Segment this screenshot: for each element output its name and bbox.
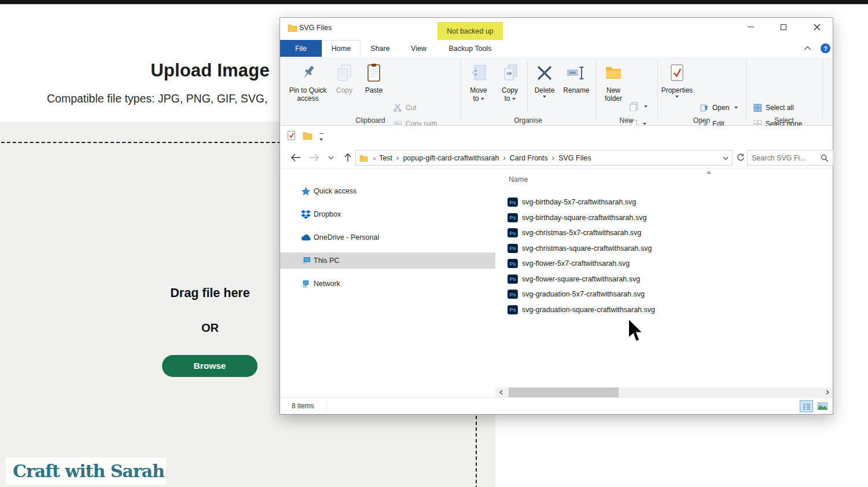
- scroll-left-icon[interactable]: [496, 388, 505, 397]
- breadcrumb-card-fronts[interactable]: Card Fronts: [510, 154, 548, 162]
- tab-backup-tools[interactable]: Backup Tools: [437, 40, 503, 57]
- file-row[interactable]: Ps svg-christmas-5x7-craftwithsarah.svg: [507, 225, 832, 241]
- breadcrumb-separator[interactable]: ›: [548, 153, 558, 162]
- qat-customize-caret[interactable]: [319, 133, 324, 143]
- recent-locations-button[interactable]: [325, 150, 337, 165]
- cut-button[interactable]: Cut: [393, 102, 417, 113]
- close-button[interactable]: [804, 18, 830, 36]
- file-row[interactable]: Ps svg-birthday-square-craftwithsarah.sv…: [507, 210, 832, 226]
- new-folder-icon: [605, 64, 622, 82]
- tab-view[interactable]: View: [400, 40, 437, 57]
- address-bar[interactable]: « Test › popup-gift-card-craftwithsarah …: [355, 150, 733, 166]
- refresh-icon: [737, 153, 745, 162]
- new-item-caret: [644, 105, 648, 108]
- address-dropdown-caret[interactable]: [723, 154, 729, 162]
- thumbnail-view-button[interactable]: [816, 400, 829, 412]
- tab-home[interactable]: Home: [322, 40, 361, 57]
- ribbon-separator: [746, 59, 746, 119]
- open-icon: [700, 104, 709, 112]
- copy-icon: [336, 64, 352, 82]
- title-bar[interactable]: SVG Files Not backed up: [280, 18, 833, 40]
- open-button[interactable]: Open: [700, 102, 738, 113]
- back-button[interactable]: [288, 150, 303, 165]
- search-placeholder: Search SVG Fi...: [752, 154, 821, 162]
- paste-button[interactable]: Paste: [360, 60, 388, 94]
- select-all-button[interactable]: Select all: [753, 102, 794, 113]
- copy-to-caret: [512, 98, 516, 100]
- rename-button[interactable]: Rename: [560, 60, 593, 94]
- file-row[interactable]: Ps svg-flower-5x7-craftwithsarah.svg: [507, 256, 832, 272]
- copy-button[interactable]: Copy: [331, 60, 358, 94]
- up-button[interactable]: [340, 150, 355, 165]
- onedrive-cloud-icon: [301, 233, 311, 243]
- help-button[interactable]: ?: [821, 43, 830, 53]
- group-label-new: New: [595, 116, 657, 125]
- delete-button[interactable]: Delete: [530, 60, 559, 98]
- breadcrumb-svg-files[interactable]: SVG Files: [558, 154, 591, 162]
- search-icon[interactable]: [821, 154, 829, 162]
- collapse-ribbon-icon[interactable]: [804, 46, 811, 50]
- qat-properties-icon[interactable]: [287, 130, 296, 141]
- new-item-icon: [630, 102, 639, 111]
- group-label-select: Select: [746, 116, 822, 125]
- breadcrumb-separator[interactable]: ›: [499, 153, 509, 162]
- new-folder-button[interactable]: New folder: [598, 60, 628, 102]
- pin-to-quick-access-button[interactable]: Pin to Quick access: [286, 60, 330, 102]
- properties-caret: [675, 96, 679, 98]
- address-bar-row: « Test › popup-gift-card-craftwithsarah …: [280, 147, 833, 169]
- sort-ascending-icon[interactable]: [707, 171, 711, 174]
- site-logo: Craft with Sarah: [6, 457, 166, 485]
- window-title: SVG Files: [299, 24, 332, 32]
- tab-share[interactable]: Share: [361, 40, 400, 57]
- scrollbar-thumb[interactable]: [509, 387, 619, 397]
- nav-item-onedrive[interactable]: OneDrive - Personal: [280, 229, 495, 246]
- ribbon-separator: [461, 59, 461, 119]
- breadcrumb-separator[interactable]: ›: [392, 153, 403, 162]
- group-label-clipboard: Clipboard: [280, 116, 461, 125]
- ribbon-separator: [822, 59, 823, 119]
- file-row[interactable]: Ps svg-birthday-5x7-craftwithsarah.svg: [507, 195, 832, 210]
- nav-item-quick-access[interactable]: Quick access: [280, 183, 495, 199]
- file-explorer-window: SVG Files Not backed up File Home Share …: [279, 17, 833, 415]
- nav-item-this-pc[interactable]: This PC: [280, 252, 495, 269]
- properties-button[interactable]: Properties: [660, 60, 694, 98]
- browse-button[interactable]: Browse: [162, 355, 258, 377]
- minimize-button[interactable]: [738, 18, 763, 36]
- forward-button[interactable]: [307, 150, 322, 165]
- address-folder-icon: [359, 155, 368, 162]
- breadcrumb-overflow[interactable]: «: [370, 155, 379, 162]
- quick-access-star-icon: [301, 186, 311, 196]
- search-box[interactable]: Search SVG Fi...: [747, 150, 833, 166]
- refresh-button[interactable]: [735, 150, 746, 165]
- status-divider: [326, 400, 327, 412]
- breadcrumb-popup-gift-card[interactable]: popup-gift-card-craftwithsarah: [403, 154, 499, 162]
- nav-item-network[interactable]: Network: [280, 276, 495, 292]
- file-row[interactable]: Ps svg-flower-square-craftwithsarah.svg: [507, 272, 832, 287]
- scroll-right-icon[interactable]: [823, 388, 832, 397]
- maximize-button[interactable]: [771, 18, 796, 36]
- qat-new-folder-icon[interactable]: [303, 131, 312, 140]
- photoshop-file-icon: Ps: [507, 305, 518, 314]
- backup-status-badge: Not backed up: [437, 22, 503, 40]
- cut-icon: [393, 104, 402, 112]
- chevron-down-icon: [329, 156, 333, 159]
- network-icon: [301, 279, 311, 289]
- column-header-name[interactable]: Name: [509, 175, 528, 184]
- open-caret: [734, 107, 738, 109]
- status-bar: 8 items: [280, 397, 833, 414]
- file-row[interactable]: Ps svg-christmas-square-craftwithsarah.s…: [507, 241, 832, 257]
- new-item-button[interactable]: [630, 101, 648, 112]
- details-view-icon: [803, 403, 811, 410]
- ribbon-separator: [657, 59, 658, 119]
- copy-to-button[interactable]: Copy to: [495, 60, 524, 102]
- move-to-button[interactable]: Move to: [464, 60, 493, 102]
- horizontal-scrollbar[interactable]: [495, 387, 833, 397]
- nav-item-dropbox[interactable]: Dropbox: [280, 206, 495, 222]
- file-row[interactable]: Ps svg-graduation-square-craftwithsarah.…: [507, 302, 832, 318]
- this-pc-icon: [301, 256, 311, 266]
- breadcrumb-test[interactable]: Test: [379, 154, 392, 162]
- site-logo-text: Craft with Sarah: [13, 461, 164, 481]
- tab-file[interactable]: File: [280, 40, 322, 57]
- file-row[interactable]: Ps svg-graduation-5x7-craftwithsarah.svg: [507, 287, 832, 302]
- details-view-button[interactable]: [800, 400, 813, 412]
